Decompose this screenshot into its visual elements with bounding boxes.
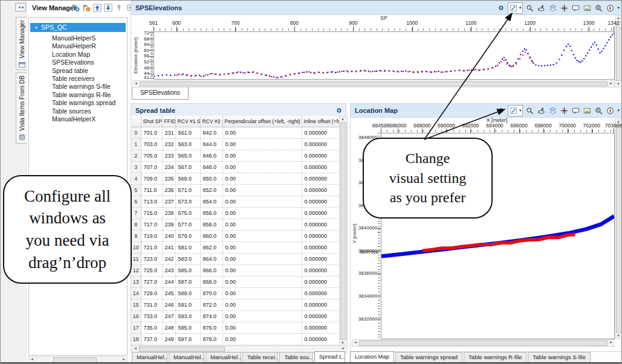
- table-cell[interactable]: 244: [162, 276, 175, 288]
- table-cell[interactable]: 866.0: [200, 265, 222, 276]
- table-cell[interactable]: 589.0: [175, 288, 200, 299]
- gear-icon[interactable]: [496, 4, 506, 13]
- table-cell[interactable]: 247: [162, 311, 175, 322]
- table-cell[interactable]: 713.0: [141, 196, 162, 208]
- table-cell[interactable]: 860.0: [200, 231, 222, 242]
- fit-view-button[interactable]: ▾: [508, 105, 523, 117]
- table-cell[interactable]: 563.0: [175, 139, 200, 150]
- table-cell[interactable]: 707.0: [141, 162, 162, 173]
- table-cell[interactable]: 245: [162, 288, 175, 299]
- scroll-thumb[interactable]: [616, 125, 622, 333]
- table-cell[interactable]: 237: [162, 196, 175, 208]
- row-index[interactable]: 5: [131, 185, 141, 196]
- table-cell[interactable]: 703.0: [141, 139, 162, 150]
- tab-manualhel-[interactable]: ManualHel...: [206, 352, 241, 363]
- compass-icon[interactable]: [605, 4, 615, 13]
- table-cell[interactable]: 0.00: [222, 162, 302, 173]
- table-cell[interactable]: 597.0: [175, 334, 200, 345]
- table-cell[interactable]: 878.0: [200, 334, 222, 345]
- tree-item-table-sources[interactable]: Table sources: [30, 107, 126, 115]
- table-cell[interactable]: 0.00: [222, 208, 302, 219]
- scroll-left-arrow[interactable]: ◄: [132, 346, 138, 351]
- table-cell[interactable]: 848.0: [200, 162, 222, 173]
- tree-item-manualhelpers[interactable]: ManualHelperS: [30, 34, 126, 42]
- table-cell[interactable]: 246: [162, 299, 175, 311]
- scroll-right-arrow[interactable]: ►: [608, 340, 614, 345]
- table-cell[interactable]: 0.000000: [302, 288, 339, 299]
- elevation-v-scrollbar[interactable]: ▲ ▼: [615, 15, 622, 88]
- scroll-right-arrow[interactable]: ►: [340, 346, 346, 351]
- table-cell[interactable]: 240: [162, 231, 175, 242]
- fit-view-icon[interactable]: [509, 4, 519, 13]
- table-cell[interactable]: 737.0: [141, 334, 162, 345]
- table-cell[interactable]: 241: [162, 242, 175, 254]
- column-header[interactable]: Inline offset (+fo: [302, 116, 339, 127]
- row-index[interactable]: 9: [131, 231, 141, 242]
- row-index[interactable]: 3: [131, 162, 141, 173]
- table-cell[interactable]: 593.0: [175, 311, 200, 322]
- table-cell[interactable]: 0.000000: [302, 254, 339, 265]
- chevron-down-icon[interactable]: ▾: [519, 108, 522, 113]
- tree-item-manualhelperr[interactable]: ManualHelperR: [30, 42, 126, 50]
- table-cell[interactable]: 0.00: [222, 334, 302, 345]
- tree-item-spread-table[interactable]: Spread table: [30, 66, 126, 75]
- table-cell[interactable]: 0.00: [222, 311, 302, 322]
- add-view-icon[interactable]: [71, 3, 80, 12]
- table-cell[interactable]: 721.0: [141, 242, 162, 254]
- table-cell[interactable]: 581.0: [175, 242, 200, 254]
- tab-table-warnings-spread[interactable]: Table warnings spread: [395, 352, 462, 363]
- table-cell[interactable]: 864.0: [200, 254, 222, 265]
- chevron-down-icon[interactable]: ▾: [617, 5, 620, 10]
- column-header[interactable]: [131, 116, 141, 127]
- table-cell[interactable]: 852.0: [200, 185, 222, 196]
- table-cell[interactable]: 0.000000: [302, 299, 339, 311]
- table-cell[interactable]: 567.0: [175, 162, 200, 173]
- table-cell[interactable]: 0.000000: [302, 208, 339, 219]
- table-cell[interactable]: 0.00: [222, 185, 302, 196]
- scroll-left-arrow[interactable]: ◄: [352, 340, 358, 345]
- table-cell[interactable]: 0.000000: [302, 196, 339, 208]
- table-cell[interactable]: 0.000000: [302, 311, 339, 322]
- tab-table-recei-[interactable]: Table recei...: [242, 352, 278, 363]
- snapshot-icon[interactable]: [582, 4, 592, 13]
- chevron-down-icon[interactable]: ▾: [519, 5, 522, 10]
- table-cell[interactable]: 709.0: [141, 173, 162, 185]
- row-index[interactable]: 8: [131, 219, 141, 231]
- table-cell[interactable]: 0.00: [222, 150, 302, 162]
- map-v-scrollbar[interactable]: ▲ ▼: [615, 118, 622, 339]
- table-cell[interactable]: 719.0: [141, 231, 162, 242]
- scroll-thumb[interactable]: [140, 81, 607, 86]
- scroll-left-arrow[interactable]: ◄: [29, 357, 35, 362]
- table-cell[interactable]: 850.0: [200, 173, 222, 185]
- row-index[interactable]: 10: [131, 242, 141, 254]
- elevation-plot-area[interactable]: [154, 31, 615, 80]
- table-cell[interactable]: 0.00: [222, 265, 302, 276]
- tree-item-manualhelperx[interactable]: ManualHelperX: [30, 115, 126, 123]
- table-cell[interactable]: 870.0: [200, 288, 222, 299]
- table-cell[interactable]: 0.000000: [302, 150, 339, 162]
- tab-table-warnings-s-file[interactable]: Table warnings S-file: [528, 352, 591, 363]
- compass-icon[interactable]: [605, 106, 615, 115]
- table-cell[interactable]: 0.00: [222, 288, 302, 299]
- table-cell[interactable]: 868.0: [200, 276, 222, 288]
- table-cell[interactable]: 717.0: [141, 219, 162, 231]
- table-cell[interactable]: 0.00: [222, 219, 302, 231]
- row-index[interactable]: 4: [131, 173, 141, 185]
- table-cell[interactable]: 872.0: [200, 299, 222, 311]
- lasso-icon[interactable]: [536, 4, 546, 13]
- table-cell[interactable]: 844.0: [200, 139, 222, 150]
- table-cell[interactable]: 0.000000: [302, 265, 339, 276]
- table-cell[interactable]: 585.0: [175, 265, 200, 276]
- scroll-thumb[interactable]: [616, 22, 622, 81]
- table-cell[interactable]: 569.0: [175, 173, 200, 185]
- tab-table-sou-[interactable]: Table sou...: [279, 352, 313, 363]
- table-cell[interactable]: 236: [162, 185, 175, 196]
- snapshot-icon[interactable]: [582, 106, 592, 115]
- zoom-icon[interactable]: [525, 4, 534, 13]
- table-cell[interactable]: 854.0: [200, 196, 222, 208]
- column-header[interactable]: RCV #1 SP: [175, 116, 200, 127]
- table-cell[interactable]: 0.00: [222, 196, 302, 208]
- table-cell[interactable]: 239: [162, 219, 175, 231]
- table-cell[interactable]: 571.0: [175, 185, 200, 196]
- sidebar-tab-view-manager[interactable]: View Manager: [16, 17, 27, 70]
